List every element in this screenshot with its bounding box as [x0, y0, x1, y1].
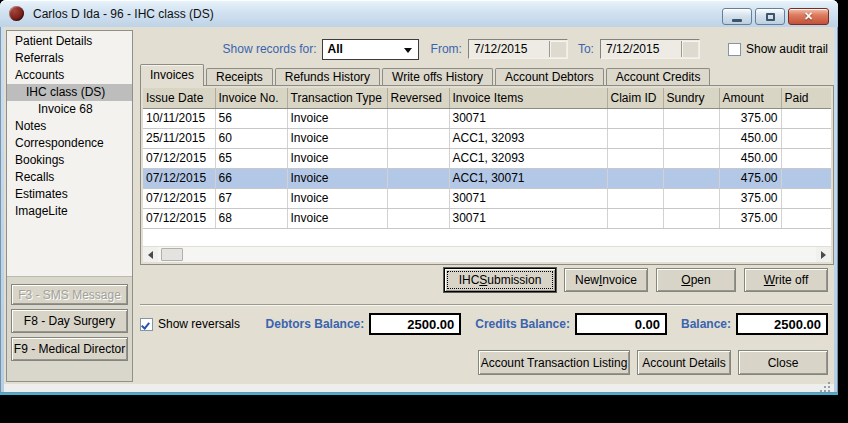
table-cell: [387, 168, 449, 188]
table-cell: ACC1, 30071: [449, 168, 607, 188]
tab-refunds-history[interactable]: Refunds History: [275, 68, 380, 86]
minimize-icon: [732, 19, 742, 22]
sidebar-item-referrals[interactable]: Referrals: [7, 50, 132, 67]
column-header-transaction-type[interactable]: Transaction Type: [287, 88, 387, 108]
button-label: rite off: [775, 273, 808, 287]
sms-message-button[interactable]: F3 - SMS Message: [11, 284, 128, 305]
show-reversals-group: Show reversals: [140, 317, 240, 331]
table-row[interactable]: 07/12/2015 68 Invoice 30071 375.00: [143, 208, 831, 228]
to-date-field[interactable]: 7/12/2015: [600, 39, 700, 59]
horizontal-scrollbar[interactable]: [143, 247, 831, 262]
show-reversals-checkbox[interactable]: [140, 318, 153, 331]
credits-balance-group: Credits Balance: 0.00: [475, 313, 667, 335]
check-icon: [141, 320, 150, 329]
sidebar-item-patient-details[interactable]: Patient Details: [7, 33, 132, 50]
scroll-left-button[interactable]: [143, 247, 158, 262]
table-row[interactable]: 07/12/2015 65 Invoice ACC1, 32093 450.00: [143, 148, 831, 168]
column-header-paid[interactable]: Paid: [781, 88, 831, 108]
sidebar-item-imagelite[interactable]: ImageLite: [7, 203, 132, 220]
table-cell: [781, 168, 831, 188]
account-details-button[interactable]: Account Details: [637, 350, 731, 375]
sidebar-item-estimates[interactable]: Estimates: [7, 186, 132, 203]
table-cell: [663, 168, 719, 188]
debtors-balance-label: Debtors Balance:: [266, 317, 365, 331]
to-date-picker-button[interactable]: [681, 41, 698, 57]
sidebar: Patient Details Referrals Accounts IHC c…: [6, 30, 133, 382]
column-header-invoice-no[interactable]: Invoice No.: [215, 88, 287, 108]
ihc-submission-button[interactable]: IHC Submission: [444, 268, 556, 292]
table-cell: Invoice: [287, 168, 387, 188]
table-cell: 375.00: [719, 108, 781, 128]
from-date-field[interactable]: 7/12/2015: [468, 39, 568, 59]
tab-receipts[interactable]: Receipts: [206, 68, 273, 86]
table-row[interactable]: 10/11/2015 56 Invoice 30071 375.00: [143, 108, 831, 128]
table-cell: [781, 188, 831, 208]
show-records-dropdown[interactable]: All: [322, 39, 419, 60]
table-cell: Invoice: [287, 208, 387, 228]
app-icon[interactable]: [9, 6, 24, 21]
table-cell: ACC1, 32093: [449, 128, 607, 148]
sidebar-item-ihc-class[interactable]: IHC class (DS): [7, 84, 132, 101]
tab-invoices[interactable]: Invoices: [140, 64, 204, 86]
button-label: New: [575, 273, 599, 287]
column-header-sundry[interactable]: Sundry: [663, 88, 719, 108]
sidebar-item-recalls[interactable]: Recalls: [7, 169, 132, 186]
debtors-balance-value: 2500.00: [369, 313, 461, 335]
table-cell: 30071: [449, 188, 607, 208]
table-cell: Invoice: [287, 148, 387, 168]
table-cell: 07/12/2015: [143, 188, 215, 208]
credits-balance-label: Credits Balance:: [475, 317, 570, 331]
column-header-claim-id[interactable]: Claim ID: [607, 88, 663, 108]
from-date-value: 7/12/2015: [474, 42, 527, 56]
button-label: W: [764, 273, 775, 287]
button-label: O: [681, 273, 690, 287]
day-surgery-button[interactable]: F8 - Day Surgery: [11, 309, 128, 333]
table-cell: 375.00: [719, 188, 781, 208]
table-cell: 60: [215, 128, 287, 148]
table-cell: [387, 188, 449, 208]
show-audit-trail-checkbox[interactable]: [728, 43, 741, 56]
sidebar-item-correspondence[interactable]: Correspondence: [7, 135, 132, 152]
table-cell: 375.00: [719, 208, 781, 228]
sidebar-item-bookings[interactable]: Bookings: [7, 152, 132, 169]
sidebar-item-invoice-68[interactable]: Invoice 68: [7, 101, 132, 118]
column-header-reversed[interactable]: Reversed: [387, 88, 449, 108]
tab-write-offs-history[interactable]: Write offs History: [382, 68, 493, 86]
table-row[interactable]: 07/12/2015 67 Invoice 30071 375.00: [143, 188, 831, 208]
table-cell: [607, 168, 663, 188]
show-reversals-label: Show reversals: [158, 317, 240, 331]
column-header-invoice-items[interactable]: Invoice Items: [449, 88, 607, 108]
table-cell: [387, 148, 449, 168]
table-cell: [607, 148, 663, 168]
table-cell: [387, 128, 449, 148]
resize-grip-icon[interactable]: [819, 381, 831, 393]
open-button[interactable]: Open: [656, 268, 736, 292]
close-button[interactable]: Close: [738, 350, 828, 375]
account-transaction-listing-button[interactable]: Account Transaction Listing: [478, 350, 630, 375]
new-invoice-button[interactable]: New Invoice: [564, 268, 648, 292]
tab-account-credits[interactable]: Account Credits: [606, 68, 711, 86]
arrow-right-icon: [821, 251, 826, 259]
maximize-button[interactable]: [755, 8, 785, 25]
write-off-button[interactable]: Write off: [744, 268, 828, 292]
table-cell: [781, 208, 831, 228]
invoice-grid: Issue Date Invoice No. Transaction Type …: [143, 88, 831, 246]
tab-account-debtors[interactable]: Account Debtors: [495, 68, 604, 86]
column-header-amount[interactable]: Amount: [719, 88, 781, 108]
to-date-value: 7/12/2015: [606, 42, 659, 56]
from-date-picker-button[interactable]: [549, 41, 566, 57]
table-row[interactable]: 25/11/2015 60 Invoice ACC1, 32093 450.00: [143, 128, 831, 148]
balance-row: Show reversals Debtors Balance: 2500.00 …: [140, 312, 828, 336]
table-row-selected[interactable]: 07/12/2015 66 Invoice ACC1, 30071 475.00: [143, 168, 831, 188]
scroll-right-button[interactable]: [816, 247, 831, 262]
table-cell: [781, 148, 831, 168]
scrollbar-thumb[interactable]: [161, 248, 183, 261]
table-cell: 56: [215, 108, 287, 128]
table-cell: [387, 208, 449, 228]
minimize-button[interactable]: [722, 8, 752, 25]
column-header-issue-date[interactable]: Issue Date: [143, 88, 215, 108]
sidebar-item-accounts[interactable]: Accounts: [7, 67, 132, 84]
medical-director-button[interactable]: F9 - Medical Director: [11, 337, 128, 361]
close-window-button[interactable]: ×: [788, 8, 829, 25]
sidebar-item-notes[interactable]: Notes: [7, 118, 132, 135]
